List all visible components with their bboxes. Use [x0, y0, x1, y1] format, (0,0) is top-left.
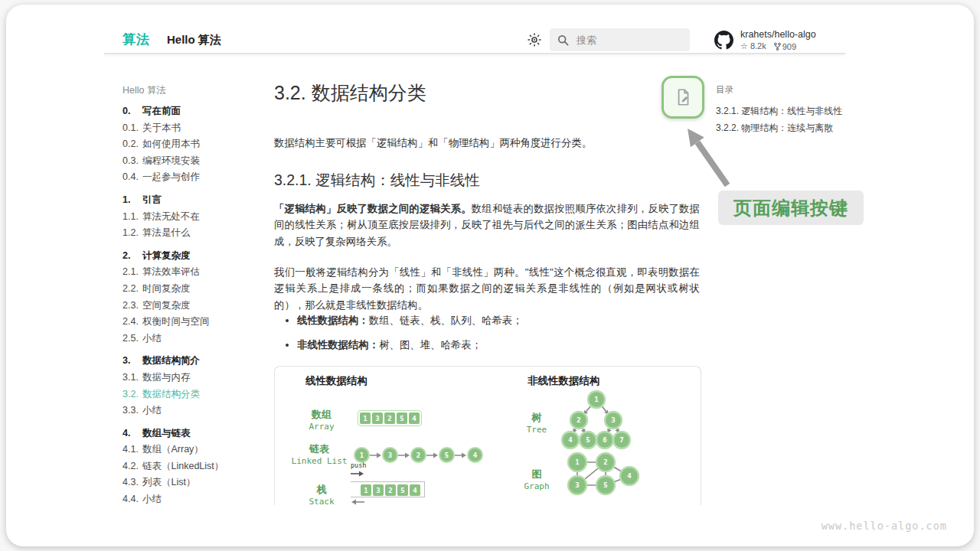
annotation-label: 页面编辑按键	[718, 191, 864, 225]
sidebar-item[interactable]: 0.2.如何使用本书	[122, 136, 264, 153]
github-repo-link[interactable]: krahets/hello-algo ☆ 8.2k 909	[714, 29, 816, 51]
list-item: 线性数据结构：数组、链表、栈、队列、哈希表；	[297, 314, 710, 327]
svg-text:3: 3	[611, 416, 615, 424]
sidebar-item[interactable]: 4.4.小结	[122, 491, 264, 508]
logo-icon: 算法	[122, 31, 150, 47]
edit-page-button[interactable]	[662, 76, 704, 119]
site-title[interactable]: Hello 算法	[167, 33, 221, 47]
sidebar-section-header[interactable]: 1.引言	[122, 192, 264, 209]
svg-text:5: 5	[586, 436, 590, 444]
sidebar-item[interactable]: 4.2.链表（LinkedList）	[122, 458, 264, 475]
paragraph-linear: 我们一般将逻辑结构分为「线性」和「非线性」两种。"线性"这个概念很直观，即表明数…	[274, 264, 700, 313]
page: 算法 Hello 算法 krahets/hello-algo	[0, 0, 980, 551]
site-logo[interactable]: 算法	[122, 31, 150, 48]
github-icon	[714, 31, 733, 50]
sidebar-section-header[interactable]: 0.写在前面	[122, 103, 264, 120]
theme-toggle-button[interactable]	[528, 33, 541, 50]
sidebar-item[interactable]: 2.2.时间复杂度	[122, 281, 264, 298]
table-of-contents: 目录 3.2.1. 逻辑结构：线性与非线性3.2.2. 物理结构：连续与离散	[716, 84, 850, 136]
sidebar-item[interactable]: 2.4.权衡时间与空间	[122, 314, 264, 331]
svg-text:4: 4	[568, 436, 573, 444]
svg-text:1: 1	[594, 396, 598, 403]
svg-text:2: 2	[577, 416, 580, 424]
sidebar-item[interactable]: 2.3.空间复杂度	[122, 298, 264, 315]
watermark: www.hello-algo.com	[822, 520, 947, 532]
sidebar-item-active[interactable]: 3.2.数据结构分类	[122, 386, 264, 403]
sidebar-item[interactable]: 2.1.算法效率评估	[122, 264, 264, 281]
sidebar-section-header[interactable]: 2.计算复杂度	[122, 248, 264, 265]
repo-name: krahets/hello-algo	[740, 29, 816, 40]
svg-text:4: 4	[627, 472, 632, 480]
toc-item[interactable]: 3.2.2. 物理结构：连续与离散	[716, 119, 850, 136]
list-item: 非线性数据结构：树、图、堆、哈希表；	[297, 338, 710, 351]
sidebar-section-header[interactable]: 4.数组与链表	[122, 425, 264, 442]
section-heading: 3.2.1. 逻辑结构：线性与非线性	[274, 170, 480, 191]
fork-icon	[774, 42, 781, 51]
sidebar-item[interactable]: 0.4.一起参与创作	[122, 169, 264, 186]
svg-text:3: 3	[575, 481, 579, 489]
toc-title: 目录	[716, 84, 850, 96]
figure-data-structure-classification: 线性数据结构 非线性数据结构 数组Array 13254 链表Linked Li…	[274, 366, 701, 505]
sidebar-item[interactable]: 1.2.算法是什么	[122, 225, 264, 242]
svg-text:6: 6	[603, 436, 606, 444]
toc-item[interactable]: 3.2.1. 逻辑结构：线性与非线性	[716, 103, 850, 119]
header-divider	[104, 53, 845, 54]
repo-stars: ☆ 8.2k	[740, 41, 766, 51]
sidebar-item[interactable]: 3.1.数据与内存	[122, 370, 264, 386]
sidebar-item[interactable]: 2.5.小结	[122, 331, 264, 347]
svg-text:7: 7	[619, 436, 623, 444]
sidebar-item[interactable]: 4.1.数组（Array）	[122, 442, 264, 458]
paragraph-logic-lead: 「逻辑结构」反映了数据之间的逻辑关系。	[274, 203, 472, 214]
paragraph-logic: 「逻辑结构」反映了数据之间的逻辑关系。数组和链表的数据按照顺序依次排列，反映了数…	[274, 201, 700, 249]
sidebar-item[interactable]: 0.3.编程环境安装	[122, 153, 264, 170]
bullet-list: 线性数据结构：数组、链表、栈、队列、哈希表； 非线性数据结构：树、图、堆、哈希表…	[285, 314, 710, 363]
repo-forks: 909	[774, 42, 796, 51]
search-box[interactable]	[550, 28, 690, 51]
sidebar-item[interactable]: 3.3.小结	[122, 403, 264, 419]
sidebar-section-header[interactable]: 3.数据结构简介	[122, 353, 264, 370]
sidebar-nav: Hello 算法 0.写在前面0.1.关于本书0.2.如何使用本书0.3.编程环…	[122, 84, 264, 508]
sidebar-item[interactable]: 0.1.关于本书	[122, 120, 264, 137]
tree-graph-diagram: 123456712345	[275, 367, 701, 505]
annotation-arrow	[681, 122, 735, 191]
search-input[interactable]	[575, 34, 678, 47]
page-title: 3.2. 数据结构分类	[274, 80, 426, 106]
sidebar-site-label: Hello 算法	[122, 84, 264, 96]
svg-text:2: 2	[603, 458, 607, 466]
sidebar-item[interactable]: 1.1.算法无处不在	[122, 209, 264, 226]
star-icon: ☆	[740, 41, 748, 51]
sidebar-item[interactable]: 4.3.列表（List）	[122, 474, 264, 491]
paragraph-intro: 数据结构主要可根据「逻辑结构」和「物理结构」两种角度进行分类。	[274, 135, 700, 151]
search-icon	[557, 34, 569, 46]
brightness-icon	[528, 33, 541, 47]
svg-text:5: 5	[603, 481, 607, 489]
edit-page-icon	[673, 87, 693, 107]
svg-text:1: 1	[575, 458, 579, 466]
